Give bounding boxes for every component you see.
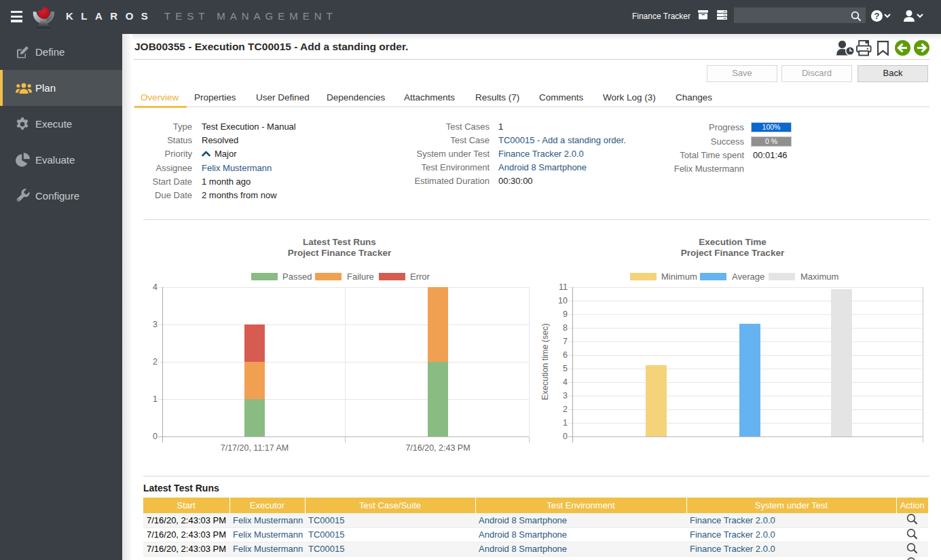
svg-text:2: 2 bbox=[153, 357, 158, 367]
svg-text:5: 5 bbox=[563, 364, 568, 373]
svg-text:1: 1 bbox=[153, 394, 158, 404]
svg-text:Average: Average bbox=[732, 272, 764, 282]
svg-text:7/17/20, 11:17 AM: 7/17/20, 11:17 AM bbox=[221, 443, 289, 453]
svg-text:4: 4 bbox=[563, 377, 568, 387]
svg-text:8: 8 bbox=[563, 323, 568, 333]
svg-text:Latest Test Runs: Latest Test Runs bbox=[303, 237, 376, 247]
svg-text:Project Finance Tracker: Project Finance Tracker bbox=[681, 248, 785, 258]
svg-text:?: ? bbox=[874, 11, 880, 21]
svg-text:2: 2 bbox=[563, 405, 568, 414]
svg-text:Maximum: Maximum bbox=[800, 272, 838, 282]
svg-text:Project Finance Tracker: Project Finance Tracker bbox=[288, 248, 392, 258]
svg-text:6: 6 bbox=[563, 350, 568, 360]
svg-text:3: 3 bbox=[563, 391, 568, 400]
svg-text:Minimum: Minimum bbox=[661, 272, 697, 282]
svg-text:0: 0 bbox=[563, 432, 568, 441]
svg-text:3: 3 bbox=[153, 320, 158, 329]
svg-text:Execution Time: Execution Time bbox=[699, 237, 767, 247]
svg-text:Execution time (sec): Execution time (sec) bbox=[540, 323, 550, 400]
svg-text:10: 10 bbox=[558, 296, 568, 305]
svg-text:7/16/20, 2:43 PM: 7/16/20, 2:43 PM bbox=[405, 443, 470, 453]
svg-text:1: 1 bbox=[563, 418, 568, 428]
svg-text:7: 7 bbox=[563, 337, 568, 346]
svg-text:Failure: Failure bbox=[347, 272, 374, 282]
svg-text:11: 11 bbox=[559, 282, 568, 292]
svg-text:9: 9 bbox=[563, 310, 568, 319]
svg-text:0: 0 bbox=[153, 432, 158, 441]
svg-text:4: 4 bbox=[153, 282, 158, 292]
svg-text:Error: Error bbox=[410, 272, 430, 282]
svg-text:Passed: Passed bbox=[282, 272, 312, 282]
